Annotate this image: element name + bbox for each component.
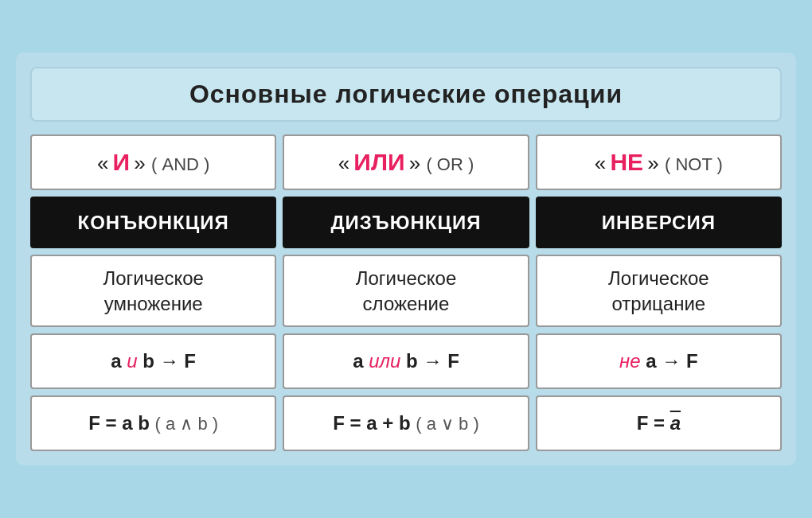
and-natural: a и b → F — [111, 350, 196, 372]
and-paren: ( AND ) — [151, 154, 209, 174]
cell-not-desc: Логическоеотрицание — [536, 255, 782, 326]
or-symbol: « ИЛИ » ( OR ) — [338, 149, 474, 176]
cell-and-formula: F = a b ( a ∧ b ) — [30, 395, 276, 451]
cell-and-natural: a и b → F — [30, 333, 276, 389]
not-paren: ( NOT ) — [665, 154, 723, 174]
conjunction-label: КОНЪЮНКЦИЯ — [78, 212, 229, 234]
or-description: Логическоесложение — [356, 266, 457, 315]
or-math: ( a ∨ b ) — [416, 414, 479, 434]
not-natural: не a → F — [619, 350, 698, 372]
or-highlight: ИЛИ — [353, 149, 404, 175]
cell-disjunction: ДИЗЪЮНКЦИЯ — [283, 197, 529, 248]
title-box: Основные логические операции — [30, 67, 782, 122]
not-highlight: НЕ — [610, 149, 643, 175]
not-symbol: « НЕ » ( NOT ) — [595, 149, 723, 176]
cell-not-natural: не a → F — [536, 333, 782, 389]
or-paren: ( OR ) — [426, 154, 474, 174]
cell-or-formula: F = a + b ( a ∨ b ) — [283, 395, 529, 451]
page-title: Основные логические операции — [189, 80, 623, 108]
cell-not-symbol: « НЕ » ( NOT ) — [536, 134, 782, 190]
cell-or-natural: a или b → F — [283, 333, 529, 389]
cell-inversion: ИНВЕРСИЯ — [536, 197, 782, 248]
cell-or-desc: Логическоесложение — [283, 255, 529, 326]
cell-and-desc: Логическоеумножение — [30, 255, 276, 326]
overline-a: a — [670, 412, 681, 434]
or-formula: F = a + b ( a ∨ b ) — [333, 412, 479, 434]
and-highlight: И — [113, 149, 131, 175]
or-connector: или — [369, 350, 400, 372]
and-formula: F = a b ( a ∧ b ) — [88, 412, 218, 434]
inversion-label: ИНВЕРСИЯ — [602, 212, 716, 234]
or-natural: a или b → F — [353, 350, 459, 372]
cell-conjunction: КОНЪЮНКЦИЯ — [30, 197, 276, 248]
cell-not-formula: F = a — [536, 395, 782, 451]
not-formula: F = a — [637, 412, 681, 434]
and-connector: и — [127, 350, 137, 372]
not-description: Логическоеотрицание — [608, 266, 709, 315]
and-symbol: « И » ( AND ) — [97, 149, 209, 176]
main-container: Основные логические операции « И » ( AND… — [16, 53, 796, 465]
operations-grid: « И » ( AND ) « ИЛИ » ( OR ) « НЕ » ( NO… — [30, 134, 782, 450]
and-description: Логическоеумножение — [103, 266, 204, 315]
and-math: ( a ∧ b ) — [155, 414, 219, 434]
cell-and-symbol: « И » ( AND ) — [30, 134, 276, 190]
cell-or-symbol: « ИЛИ » ( OR ) — [283, 134, 529, 190]
disjunction-label: ДИЗЪЮНКЦИЯ — [330, 212, 481, 234]
not-connector: не — [619, 350, 641, 372]
